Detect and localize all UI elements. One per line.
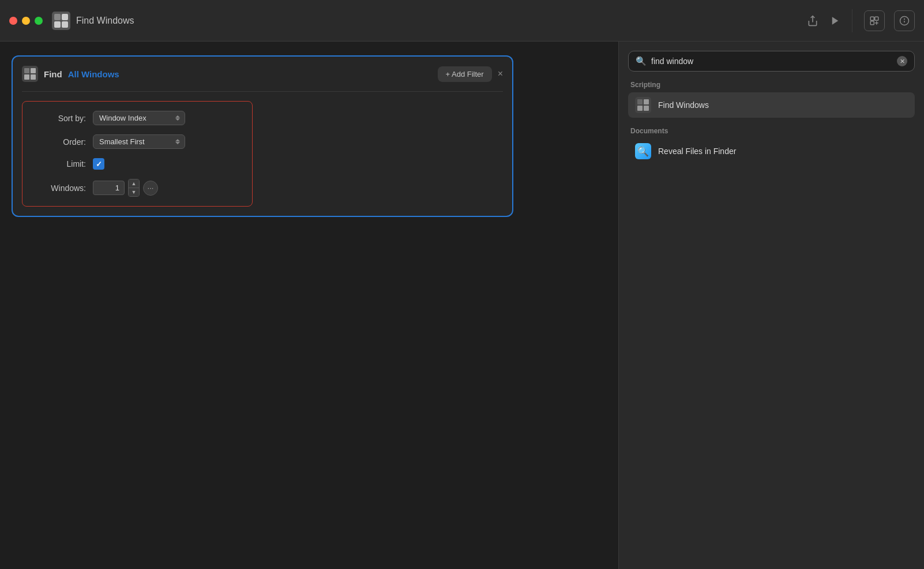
svg-rect-2	[875, 17, 878, 20]
main-layout: Find All Windows + Add Filter × Sort	[0, 42, 924, 569]
window-title: Find Windows	[76, 16, 134, 26]
add-to-library-button[interactable]	[864, 10, 885, 31]
scripting-section: Scripting Find Windows	[628, 81, 915, 118]
sort-by-row: Sort by: Window Index	[34, 111, 241, 125]
order-row: Order: Smallest First	[34, 134, 241, 149]
sort-by-arrows	[175, 115, 180, 121]
action-card: Find All Windows + Add Filter × Sort	[12, 55, 513, 217]
windows-row: Windows: ▲ ▼ ···	[34, 179, 241, 197]
documents-section: Documents 🔍 Reveal Files in Finder	[628, 127, 915, 164]
close-icon: ×	[498, 69, 503, 78]
card-close-button[interactable]: ×	[498, 69, 503, 79]
order-select[interactable]: Smallest First	[93, 134, 185, 149]
finder-icon: 🔍	[635, 143, 651, 159]
sort-by-down-arrow	[175, 118, 180, 121]
card-header-right: + Add Filter ×	[438, 66, 503, 82]
close-button[interactable]	[9, 17, 17, 25]
app-title-area: Find Windows	[52, 12, 807, 30]
reveal-files-label: Reveal Files in Finder	[658, 147, 736, 156]
order-label: Order:	[34, 137, 86, 147]
search-bar: 🔍 ✕	[628, 51, 915, 72]
traffic-lights	[9, 17, 43, 25]
titlebar-actions	[807, 15, 840, 27]
svg-rect-3	[870, 21, 874, 24]
sort-by-select[interactable]: Window Index	[93, 111, 185, 125]
find-label: Find	[44, 69, 62, 79]
info-button[interactable]	[894, 10, 915, 31]
card-icon	[22, 66, 38, 82]
minimize-button[interactable]	[22, 17, 30, 25]
windows-input[interactable]	[93, 181, 125, 195]
svg-marker-0	[832, 17, 839, 25]
share-button[interactable]	[807, 15, 818, 27]
find-windows-result[interactable]: Find Windows	[628, 92, 915, 118]
sort-by-up-arrow	[175, 115, 180, 118]
card-divider	[22, 91, 503, 92]
reveal-files-result[interactable]: 🔍 Reveal Files in Finder	[628, 138, 915, 164]
sort-by-value: Window Index	[99, 114, 147, 122]
all-windows-label[interactable]: All Windows	[68, 69, 119, 79]
find-windows-icon	[635, 97, 651, 113]
run-button[interactable]	[830, 16, 840, 26]
fullscreen-button[interactable]	[35, 17, 43, 25]
sidebar-header-icons	[864, 10, 915, 31]
scripting-section-header: Scripting	[628, 81, 915, 89]
search-input[interactable]	[651, 57, 892, 66]
svg-rect-1	[870, 17, 874, 20]
add-filter-label: + Add Filter	[446, 70, 484, 78]
left-panel: Find All Windows + Add Filter × Sort	[0, 42, 618, 569]
limit-row: Limit:	[34, 158, 241, 170]
search-icon: 🔍	[636, 56, 647, 66]
settings-panel: Sort by: Window Index Order: Smallest Fi…	[22, 101, 253, 207]
app-icon	[52, 12, 70, 30]
windows-label: Windows:	[34, 184, 86, 193]
add-filter-button[interactable]: + Add Filter	[438, 66, 492, 82]
card-header: Find All Windows + Add Filter ×	[22, 66, 503, 82]
sort-by-label: Sort by:	[34, 114, 86, 123]
windows-input-group: ▲ ▼ ···	[93, 179, 158, 197]
order-value: Smallest First	[99, 137, 145, 146]
windows-stepper: ▲ ▼	[128, 179, 140, 197]
titlebar: Find Windows	[0, 0, 924, 42]
order-arrows	[175, 139, 180, 144]
order-up-arrow	[175, 139, 180, 141]
order-down-arrow	[175, 142, 180, 144]
find-windows-label: Find Windows	[658, 100, 709, 110]
stepper-down-button[interactable]: ▼	[129, 188, 139, 196]
search-clear-button[interactable]: ✕	[897, 56, 907, 66]
card-header-left: Find All Windows	[22, 66, 119, 82]
stepper-up-button[interactable]: ▲	[129, 179, 139, 188]
more-options-button[interactable]: ···	[143, 181, 158, 196]
sidebar: 🔍 ✕ Scripting Find Windows Documents 🔍 R…	[618, 42, 924, 569]
documents-section-header: Documents	[628, 127, 915, 135]
limit-checkbox[interactable]	[93, 158, 104, 170]
limit-label: Limit:	[34, 159, 86, 169]
more-icon: ···	[148, 184, 154, 192]
